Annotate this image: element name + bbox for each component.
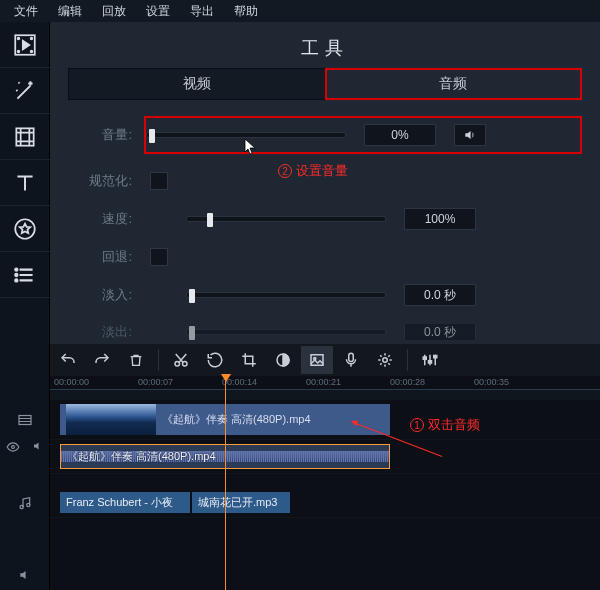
speaker-icon[interactable]	[454, 124, 486, 146]
row-speed: 速度: 100%	[68, 208, 582, 230]
svg-point-9	[15, 279, 17, 281]
menu-bar: 文件 编辑 回放 设置 导出 帮助	[0, 0, 600, 22]
timeline: 00:00:00 00:00:07 00:00:14 00:00:21 00:0…	[50, 376, 600, 590]
image-icon[interactable]	[301, 346, 333, 374]
svg-rect-20	[19, 416, 31, 425]
left-tool-strip	[0, 22, 50, 344]
label-fadein: 淡入:	[86, 286, 132, 304]
redo-icon[interactable]	[86, 346, 118, 374]
ruler-mark: 00:00:35	[474, 377, 509, 387]
slider-fadein[interactable]	[186, 292, 386, 298]
filmstrip-icon[interactable]	[0, 114, 50, 160]
value-fadein[interactable]: 0.0 秒	[404, 284, 476, 306]
slider-speed[interactable]	[186, 216, 386, 222]
clip-mp3-2-label: 城南花已开.mp3	[198, 495, 277, 510]
label-speed: 速度:	[86, 210, 132, 228]
rotate-icon[interactable]	[199, 346, 231, 374]
svg-rect-17	[423, 357, 426, 359]
time-ruler[interactable]: 00:00:00 00:00:07 00:00:14 00:00:21 00:0…	[50, 376, 600, 390]
annotation-2-num: 2	[278, 164, 292, 178]
annotation-2: 2 设置音量	[278, 162, 348, 180]
list-icon[interactable]	[0, 252, 50, 298]
menu-edit[interactable]: 编辑	[48, 1, 92, 22]
menu-playback[interactable]: 回放	[92, 1, 136, 22]
svg-point-1	[17, 37, 19, 39]
svg-rect-5	[16, 128, 33, 145]
label-fadeout: 淡出:	[86, 324, 132, 340]
menu-export[interactable]: 导出	[180, 1, 224, 22]
properties: 音量: 0% 规范化: 2 设置音量 速度:	[68, 116, 582, 340]
svg-point-21	[12, 446, 15, 449]
slider-fadeout[interactable]	[186, 329, 386, 335]
row-volume: 音量: 0%	[68, 116, 582, 154]
annotation-1-text: 双击音频	[428, 416, 480, 434]
clip-mp3-2[interactable]: 城南花已开.mp3	[192, 492, 290, 513]
svg-rect-15	[349, 353, 354, 361]
tab-video[interactable]: 视频	[69, 69, 326, 99]
mic-icon[interactable]	[335, 346, 367, 374]
svg-point-4	[30, 50, 32, 52]
eye-icon[interactable]	[6, 440, 20, 456]
menu-file[interactable]: 文件	[4, 1, 48, 22]
value-speed[interactable]: 100%	[404, 208, 476, 230]
svg-point-2	[17, 50, 19, 52]
clip-video-label: 《起航》伴奏 高清(480P).mp4	[162, 412, 311, 427]
speaker-small-icon[interactable]	[32, 440, 44, 456]
svg-point-23	[27, 503, 30, 506]
row-rollback: 回退:	[68, 248, 582, 266]
svg-point-11	[183, 362, 188, 367]
label-normalize: 规范化:	[86, 172, 132, 190]
value-volume[interactable]: 0%	[364, 124, 436, 146]
svg-point-16	[383, 358, 388, 363]
cut-icon[interactable]	[165, 346, 197, 374]
track-video: 《起航》伴奏 高清(480P).mp4	[50, 400, 600, 440]
ruler-mark: 00:00:28	[390, 377, 425, 387]
clip-mp3-1[interactable]: Franz Schubert - 小夜	[60, 492, 190, 513]
undo-icon[interactable]	[52, 346, 84, 374]
track-head-music[interactable]	[0, 488, 50, 518]
label-volume: 音量:	[86, 126, 132, 144]
clip-audio-label: 《起航》伴奏 高清(480P).mp4	[67, 449, 216, 464]
equalizer-icon[interactable]	[414, 346, 446, 374]
clip-mp3-1-label: Franz Schubert - 小夜	[66, 495, 173, 510]
track-head-video[interactable]	[0, 400, 50, 440]
playhead[interactable]	[225, 376, 226, 590]
checkbox-normalize[interactable]	[150, 172, 168, 190]
timeline-toolbar	[50, 344, 600, 376]
tools-panel: 工具 视频 音频 音量: 0% 规范化: 2	[50, 22, 600, 344]
star-icon[interactable]	[0, 206, 50, 252]
menu-help[interactable]: 帮助	[224, 1, 268, 22]
track-audio-linked: 《起航》伴奏 高清(480P).mp4	[50, 440, 600, 474]
svg-rect-18	[429, 361, 432, 363]
ruler-mark: 00:00:21	[306, 377, 341, 387]
clip-thumbnail	[66, 404, 156, 435]
svg-point-3	[30, 37, 32, 39]
svg-point-10	[175, 362, 180, 367]
value-fadeout[interactable]: 0.0 秒	[404, 324, 476, 340]
contrast-icon[interactable]	[267, 346, 299, 374]
media-icon[interactable]	[0, 22, 50, 68]
label-rollback: 回退:	[86, 248, 132, 266]
trash-icon[interactable]	[120, 346, 152, 374]
tab-audio[interactable]: 音频	[326, 69, 582, 99]
left-strip-extension	[0, 344, 50, 590]
magic-icon[interactable]	[0, 68, 50, 114]
crop-icon[interactable]	[233, 346, 265, 374]
row-fadein: 淡入: 0.0 秒	[68, 284, 582, 306]
menu-settings[interactable]: 设置	[136, 1, 180, 22]
svg-point-8	[15, 273, 17, 275]
cursor-icon	[244, 138, 258, 156]
text-icon[interactable]	[0, 160, 50, 206]
gear-icon[interactable]	[369, 346, 401, 374]
tabs: 视频 音频	[68, 68, 582, 100]
checkbox-rollback[interactable]	[150, 248, 168, 266]
annotation-1-num: 1	[410, 418, 424, 432]
track-controls	[0, 440, 50, 456]
track-music: Franz Schubert - 小夜 城南花已开.mp3	[50, 488, 600, 518]
row-fadeout: 淡出: 0.0 秒	[68, 324, 582, 340]
track-head-audio[interactable]	[0, 568, 50, 582]
annotation-2-text: 设置音量	[296, 162, 348, 180]
annotation-1: 1 双击音频	[410, 416, 480, 434]
panel-title: 工具	[68, 36, 582, 60]
svg-point-7	[15, 268, 17, 270]
